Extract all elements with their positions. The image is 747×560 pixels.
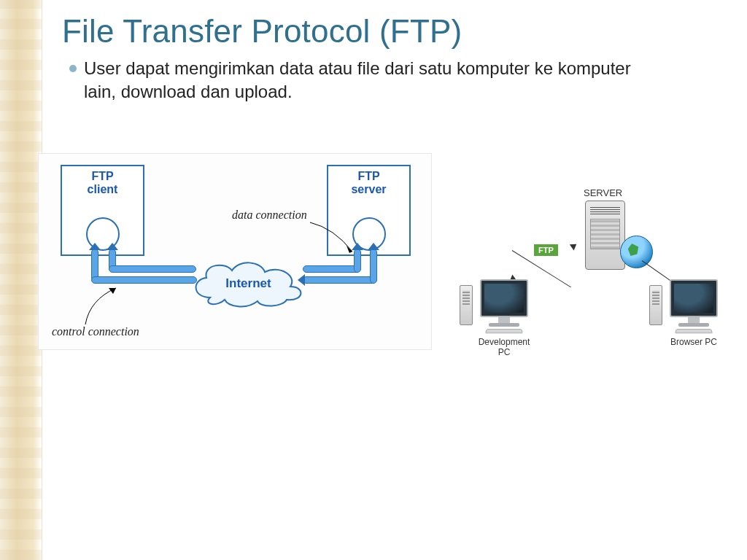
monitor-stand	[498, 317, 510, 323]
slide-decoration-strip	[0, 0, 42, 560]
ftp-client-label: FTPclient	[62, 166, 143, 195]
development-pc-icon: Development PC	[474, 279, 534, 357]
bullet-dot-icon	[69, 65, 77, 72]
bullet-item: User dapat mengirimkan data atau file da…	[69, 57, 725, 104]
server-label: SERVER	[584, 187, 622, 198]
ftp-tag: FTP	[534, 244, 558, 256]
pipe-segment	[370, 249, 377, 284]
internet-cloud-icon: Internet	[188, 257, 309, 308]
monitor-base	[489, 323, 519, 327]
keyboard-icon	[675, 329, 713, 333]
monitor-base	[678, 323, 709, 327]
pipe-segment	[303, 265, 360, 273]
monitor-icon	[480, 279, 528, 317]
keyboard-icon	[485, 329, 523, 333]
monitor-icon	[670, 279, 718, 317]
pipe-segment	[303, 276, 376, 284]
pipe-segment	[109, 265, 196, 273]
internet-label: Internet	[225, 276, 271, 291]
ftp-client-box: FTPclient	[61, 165, 144, 256]
arrowhead-icon	[89, 243, 101, 250]
arrowhead-icon	[368, 243, 379, 250]
server-tower-icon	[585, 201, 625, 270]
pipe-segment	[91, 276, 197, 284]
arrowhead-icon	[107, 243, 118, 250]
pc-tower-icon	[649, 285, 662, 325]
slide-content: File Transfer Protocol (FTP) User dapat …	[62, 13, 725, 104]
bullet-text: User dapat mengirimkan data atau file da…	[84, 57, 653, 104]
svg-marker-0	[347, 246, 352, 253]
arrowhead-icon	[570, 241, 578, 251]
development-pc-label: Development PC	[474, 337, 534, 357]
ftp-deployment-diagram: SERVER FTP Development PC Browser PC	[461, 179, 738, 350]
browser-pc-label: Browser PC	[664, 337, 724, 347]
leader-line-icon	[82, 285, 126, 327]
browser-pc-icon: Browser PC	[664, 279, 724, 347]
ftp-server-label: FTPserver	[328, 166, 409, 195]
monitor-stand	[688, 317, 700, 323]
data-connection-label: data connection	[232, 209, 307, 222]
bullet-list: User dapat mengirimkan data atau file da…	[69, 57, 725, 104]
slide-title: File Transfer Protocol (FTP)	[62, 13, 725, 50]
pc-tower-icon	[460, 285, 473, 325]
leader-line-icon	[309, 221, 360, 257]
globe-icon	[620, 236, 653, 268]
arrowhead-icon	[298, 274, 305, 286]
ftp-connection-diagram: FTPclient FTPserver Internet data connec…	[38, 153, 432, 350]
